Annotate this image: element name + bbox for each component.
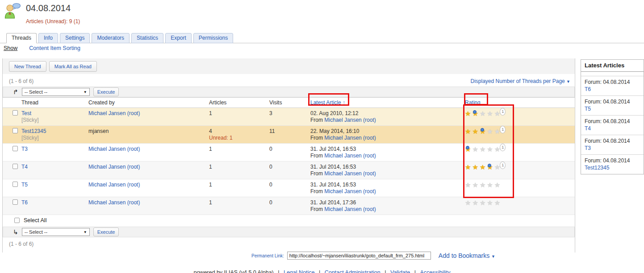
list-item: Forum: 04.08.2014 Test12345 bbox=[581, 155, 644, 174]
rating-votes-badge: 1 bbox=[500, 126, 506, 133]
row-checkbox[interactable] bbox=[13, 146, 18, 151]
tab-export[interactable]: Export bbox=[165, 33, 192, 43]
select-caret-icon: ▼ bbox=[84, 90, 87, 94]
new-thread-button[interactable]: New Thread bbox=[9, 61, 46, 72]
col-header-rating: Rating bbox=[464, 98, 575, 108]
tab-threads[interactable]: Threads bbox=[6, 33, 37, 43]
latest-article-date: 31. Jul 2014, 16:53 bbox=[310, 182, 356, 188]
creator-link[interactable]: Michael Jansen (root) bbox=[88, 199, 140, 206]
row-checkbox[interactable] bbox=[13, 182, 18, 187]
col-header-created-by: Created by bbox=[88, 98, 208, 108]
latest-article-date: 31. Jul 2014, 17:36 bbox=[310, 199, 356, 206]
execute-button-top[interactable]: Execute bbox=[93, 87, 119, 96]
rating-stars: ★★★★★ bbox=[465, 182, 502, 189]
sidebar-spacer bbox=[581, 72, 644, 76]
execute-button-bottom[interactable]: Execute bbox=[93, 228, 119, 236]
unread-count-label: Unread: 1 bbox=[209, 135, 233, 141]
subtab-show[interactable]: Show bbox=[4, 45, 17, 51]
thread-link[interactable]: Test bbox=[21, 110, 31, 116]
tab-moderators[interactable]: Moderators bbox=[92, 33, 130, 43]
sort-ascending-icon: ↑ bbox=[343, 99, 345, 106]
row-checkbox[interactable] bbox=[13, 128, 18, 133]
thread-link[interactable]: T3 bbox=[21, 146, 28, 152]
thread-link[interactable]: T5 bbox=[21, 182, 28, 188]
select-caret-icon: ▼ bbox=[84, 230, 87, 234]
latest-author-link[interactable]: Michael Jansen (root) bbox=[324, 170, 376, 177]
subtab-content-item-sorting[interactable]: Content Item Sorting bbox=[29, 45, 80, 51]
validate-link[interactable]: Validate bbox=[390, 269, 410, 273]
visits-count: 3 bbox=[268, 108, 309, 126]
latest-articles-title: Latest Articles bbox=[581, 60, 644, 72]
list-item: Forum: 04.08.2014 T6 bbox=[581, 76, 644, 96]
latest-from-label: From bbox=[310, 117, 323, 123]
row-checkbox[interactable] bbox=[13, 199, 18, 205]
unread-articles-info: Articles (Unread): 9 (1) bbox=[26, 18, 80, 25]
permalink-input[interactable] bbox=[287, 252, 431, 260]
forum-label: Forum: 04.08.2014 bbox=[585, 118, 640, 125]
thread-link[interactable]: T6 bbox=[21, 199, 28, 206]
visits-count: 0 bbox=[268, 144, 309, 161]
rating-votes-badge: 1 bbox=[500, 108, 506, 116]
table-row: T5 Michael Jansen (root) 1 0 31. Jul 201… bbox=[3, 179, 575, 197]
creator-link[interactable]: Michael Jansen (root) bbox=[88, 164, 140, 170]
bulk-action-bar-top: ↱ -- Select -- ▼ Execute bbox=[3, 87, 575, 97]
latest-article-date: 31. Jul 2014, 16:53 bbox=[310, 164, 356, 170]
rating-stars: ★★★★★ bbox=[465, 147, 502, 153]
chevron-down-icon: ▼ bbox=[566, 79, 570, 84]
latest-article-thread-link[interactable]: T4 bbox=[585, 125, 591, 132]
latest-article-date: 02. Aug 2010, 12:12 bbox=[310, 110, 358, 116]
tab-settings[interactable]: Settings bbox=[60, 33, 90, 43]
mark-all-read-button[interactable]: Mark All as Read bbox=[49, 61, 97, 72]
sort-rating-link[interactable]: Rating bbox=[465, 99, 481, 106]
articles-count: 1 bbox=[208, 108, 268, 126]
articles-count: 1 bbox=[208, 197, 268, 215]
table-header-row: Thread Created by Articles Visits Latest… bbox=[3, 98, 575, 108]
accessibility-link[interactable]: Accessibility bbox=[420, 269, 450, 273]
row-checkbox[interactable] bbox=[13, 164, 18, 169]
latest-article-thread-link[interactable]: T6 bbox=[585, 86, 591, 92]
latest-author-link[interactable]: Michael Jansen (root) bbox=[324, 117, 376, 123]
latest-author-link[interactable]: Michael Jansen (root) bbox=[324, 188, 376, 194]
latest-from-label: From bbox=[310, 206, 323, 212]
sort-latest-article-link[interactable]: Latest Article bbox=[310, 99, 341, 106]
tab-permissions[interactable]: Permissions bbox=[193, 33, 233, 43]
add-to-bookmarks-link[interactable]: Add to Bookmarks ▼ bbox=[439, 252, 495, 259]
creator-link[interactable]: Michael Jansen (root) bbox=[88, 182, 140, 188]
latest-article-date: 22. May 2014, 16:10 bbox=[310, 128, 359, 134]
latest-author-link[interactable]: Michael Jansen (root) bbox=[324, 153, 376, 159]
apply-down-arrow-icon: ↳ bbox=[13, 229, 18, 235]
powered-by-text: powered by ILIAS (v4.5.0 Alpha) bbox=[193, 269, 273, 273]
contact-administration-link[interactable]: Contact Administration bbox=[325, 269, 381, 273]
sticky-label: [Sticky] bbox=[21, 135, 39, 141]
tab-info[interactable]: Info bbox=[38, 33, 58, 43]
thread-link[interactable]: Test12345 bbox=[21, 128, 46, 134]
bulk-action-select-top[interactable]: -- Select -- ▼ bbox=[22, 88, 90, 96]
latest-articles-panel: Latest Articles Forum: 04.08.2014 T6 For… bbox=[581, 59, 644, 174]
rating-stars: ★★★★★ bbox=[465, 200, 502, 207]
legal-notice-link[interactable]: Legal Notice bbox=[284, 269, 315, 273]
list-item: Forum: 04.08.2014 T3 bbox=[581, 135, 644, 155]
latest-article-thread-link[interactable]: T3 bbox=[585, 145, 591, 151]
forum-label: Forum: 04.08.2014 bbox=[585, 98, 640, 105]
row-checkbox[interactable] bbox=[13, 110, 18, 116]
latest-article-thread-link[interactable]: T5 bbox=[585, 106, 591, 112]
list-item: Forum: 04.08.2014 T4 bbox=[581, 116, 644, 135]
table-row: Test12345 [Sticky] mjansen 4 Unread: 1 1… bbox=[3, 126, 575, 144]
page-footer: powered by ILIAS (v4.5.0 Alpha) | Legal … bbox=[0, 269, 644, 273]
latest-from-label: From bbox=[310, 153, 323, 159]
bulk-action-select-bottom[interactable]: -- Select -- ▼ bbox=[22, 228, 90, 236]
forum-admin-page: 04.08.2014 Articles (Unread): 9 (1) Thre… bbox=[0, 0, 644, 273]
list-item: Forum: 04.08.2014 T5 bbox=[581, 96, 644, 116]
col-header-visits: Visits bbox=[268, 98, 309, 108]
articles-count: 1 bbox=[208, 144, 268, 161]
tab-statistics[interactable]: Statistics bbox=[131, 33, 163, 43]
rating-votes-badge: 1 bbox=[500, 144, 506, 151]
latest-author-link[interactable]: Michael Jansen (root) bbox=[324, 135, 376, 141]
creator-link[interactable]: Michael Jansen (root) bbox=[88, 110, 140, 116]
latest-author-link[interactable]: Michael Jansen (root) bbox=[324, 206, 376, 212]
thread-link[interactable]: T4 bbox=[21, 164, 28, 170]
latest-article-thread-link[interactable]: Test12345 bbox=[585, 165, 609, 171]
creator-link[interactable]: Michael Jansen (root) bbox=[88, 146, 140, 152]
select-all-checkbox[interactable] bbox=[14, 218, 20, 223]
threads-per-page-link[interactable]: Displayed Number of Threads per Page ▼ bbox=[471, 78, 571, 84]
